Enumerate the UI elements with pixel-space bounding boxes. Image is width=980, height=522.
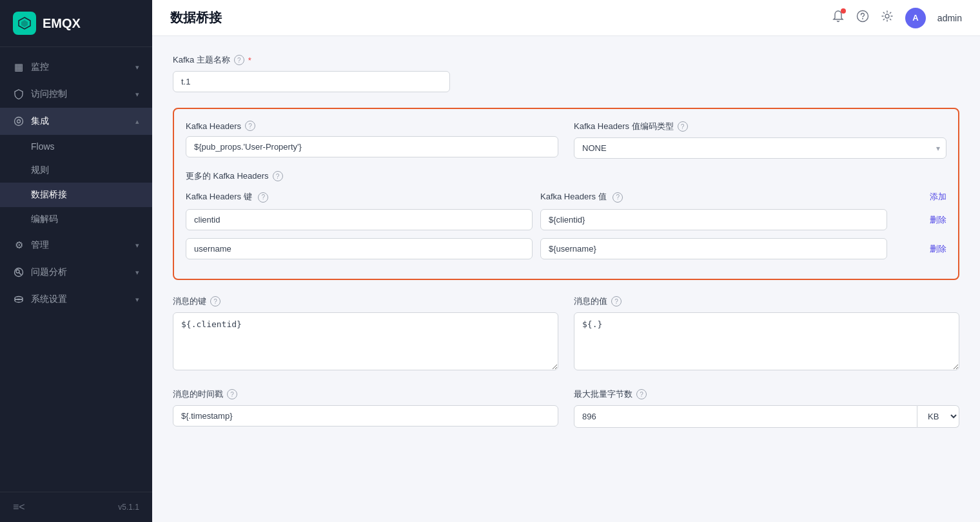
svg-point-2 [15, 117, 23, 126]
content: Kafka 主题名称 ? * Kafka Headers ? Ka [152, 36, 980, 522]
kafka-topic-section: Kafka 主题名称 ? * [173, 54, 959, 92]
kafka-headers-input[interactable] [186, 136, 558, 157]
kafka-headers-left: Kafka Headers ? [186, 121, 558, 159]
message-timestamp-label: 消息的时间戳 ? [173, 388, 558, 400]
kafka-topic-input[interactable] [173, 71, 450, 92]
sidebar-item-system[interactable]: 系统设置 ▾ [0, 286, 152, 313]
sidebar-label-diagnostics: 问题分析 [31, 266, 67, 278]
sidebar-item-integration[interactable]: 集成 ▴ [0, 108, 152, 135]
kafka-headers-help-icon[interactable]: ? [245, 121, 255, 131]
sidebar-label-management: 管理 [31, 239, 49, 251]
headers-key-help-icon[interactable]: ? [258, 192, 268, 203]
chevron-management-icon: ▾ [135, 241, 139, 250]
sidebar-label-integration: 集成 [31, 115, 49, 127]
kafka-topic-help-icon[interactable]: ? [234, 55, 244, 65]
sidebar-item-diagnostics[interactable]: 问题分析 ▾ [0, 259, 152, 286]
max-batch-help-icon[interactable]: ? [636, 389, 647, 399]
message-key-section: 消息的键 ? ${.clientid} [173, 296, 558, 373]
message-key-textarea[interactable]: ${.clientid} [173, 312, 558, 370]
headers-table-header: Kafka Headers 键 ? Kafka Headers 值 ? 添加 [186, 191, 946, 203]
add-header-button[interactable]: 添加 [895, 191, 946, 203]
kafka-headers-encoding-label: Kafka Headers 值编码类型 ? [574, 121, 946, 132]
headers-table: Kafka Headers 键 ? Kafka Headers 值 ? 添加 [186, 191, 946, 259]
help-icon[interactable] [856, 10, 869, 26]
kafka-headers-top: Kafka Headers ? Kafka Headers 值编码类型 ? NO… [186, 121, 946, 159]
timestamp-batch-section: 消息的时间戳 ? 最大批量字节数 ? KB MB B [173, 388, 959, 428]
headers-key-col-label: Kafka Headers 键 ? [186, 191, 533, 203]
message-kv-section: 消息的键 ? ${.clientid} 消息的值 ? ${.} [173, 296, 959, 373]
notification-icon[interactable] [832, 10, 845, 26]
chevron-monitor-icon: ▾ [135, 63, 139, 72]
header-key-username-input[interactable] [186, 238, 533, 259]
sidebar: EMQX ▦ 监控 ▾ 访问控制 ▾ [0, 0, 152, 522]
sidebar-label-system: 系统设置 [31, 294, 67, 305]
user-name: admin [937, 13, 962, 23]
max-batch-bytes-section: 最大批量字节数 ? KB MB B [574, 388, 959, 428]
kafka-encoding-select-wrapper: NONE JSON AVRO ▾ [574, 137, 946, 159]
delete-username-button[interactable]: 删除 [895, 243, 946, 255]
delete-clientid-button[interactable]: 删除 [895, 214, 946, 226]
max-batch-bytes-unit-select[interactable]: KB MB B [917, 405, 959, 428]
page-title: 数据桥接 [170, 9, 222, 26]
kafka-encoding-help-icon[interactable]: ? [678, 121, 688, 132]
more-headers-label: 更多的 Kafka Headers ? [186, 170, 946, 182]
kafka-encoding-select[interactable]: NONE JSON AVRO [574, 137, 946, 159]
header-value-username-input[interactable] [540, 238, 887, 259]
sidebar-item-rules[interactable]: 规则 [0, 158, 152, 183]
sidebar-item-monitor[interactable]: ▦ 监控 ▾ [0, 54, 152, 81]
more-headers-help-icon[interactable]: ? [273, 171, 283, 181]
timestamp-help-icon[interactable]: ? [227, 389, 237, 399]
message-timestamp-input[interactable] [173, 405, 558, 427]
svg-point-10 [862, 18, 863, 19]
monitor-icon: ▦ [13, 61, 24, 73]
svg-point-3 [17, 120, 21, 123]
message-value-section: 消息的值 ? ${.} [574, 296, 959, 373]
sidebar-item-management[interactable]: ⚙ 管理 ▾ [0, 232, 152, 259]
message-value-help-icon[interactable]: ? [611, 296, 622, 306]
diagnostics-icon [13, 266, 24, 278]
header-key-clientid-input[interactable] [186, 209, 533, 230]
kafka-topic-label: Kafka 主题名称 ? * [173, 54, 959, 66]
version-label: v5.1.1 [118, 503, 139, 512]
svg-line-6 [19, 273, 22, 276]
message-timestamp-section: 消息的时间戳 ? [173, 388, 558, 428]
max-batch-bytes-wrapper: KB MB B [574, 405, 959, 428]
sidebar-footer: ≡< v5.1.1 [0, 492, 152, 522]
notification-dot [841, 8, 846, 14]
avatar: A [905, 8, 926, 28]
sidebar-label-access-control: 访问控制 [31, 88, 67, 100]
sidebar-item-access-control[interactable]: 访问控制 ▾ [0, 81, 152, 108]
header-value-clientid-input[interactable] [540, 209, 887, 230]
svg-point-9 [857, 11, 868, 22]
headers-value-help-icon[interactable]: ? [612, 192, 623, 203]
chevron-system-icon: ▾ [135, 296, 139, 304]
chevron-access-icon: ▾ [135, 90, 139, 99]
max-batch-bytes-label: 最大批量字节数 ? [574, 388, 959, 400]
access-control-icon [13, 88, 24, 100]
headers-value-col-label: Kafka Headers 值 ? [540, 191, 887, 203]
sidebar-item-data-bridge[interactable]: 数据桥接 [0, 183, 152, 207]
logo-icon [13, 12, 36, 35]
integration-icon [13, 115, 24, 127]
max-batch-bytes-input[interactable] [574, 405, 917, 428]
chevron-integration-icon: ▴ [135, 117, 139, 126]
message-value-textarea[interactable]: ${.} [574, 312, 959, 370]
chevron-diagnostics-icon: ▾ [135, 268, 139, 277]
system-icon [13, 294, 24, 305]
settings-icon[interactable] [881, 10, 894, 26]
header-row-username: 删除 [186, 238, 946, 259]
sidebar-nav: ▦ 监控 ▾ 访问控制 ▾ [0, 47, 152, 492]
collapse-icon[interactable]: ≡< [13, 501, 25, 513]
kafka-headers-encoding-section: Kafka Headers 值编码类型 ? NONE JSON AVRO ▾ [574, 121, 946, 159]
sidebar-item-flows[interactable]: Flows [0, 135, 152, 158]
sidebar-label-monitor: 监控 [31, 61, 49, 73]
svg-point-11 [885, 14, 889, 18]
sidebar-item-codec[interactable]: 编解码 [0, 207, 152, 232]
kafka-headers-label: Kafka Headers ? [186, 121, 558, 131]
header: 数据桥接 A [152, 0, 980, 36]
message-value-label: 消息的值 ? [574, 296, 959, 307]
header-row-clientid: 删除 [186, 209, 946, 230]
message-key-help-icon[interactable]: ? [210, 296, 220, 306]
sidebar-logo[interactable]: EMQX [0, 0, 152, 47]
logo-text: EMQX [43, 16, 81, 31]
